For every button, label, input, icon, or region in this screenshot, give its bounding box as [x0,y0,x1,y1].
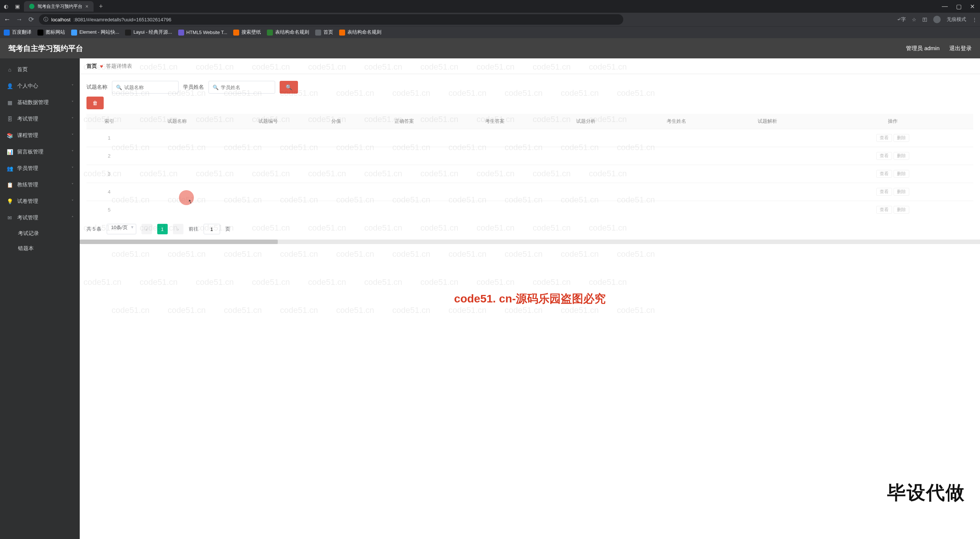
sidebar-subitem[interactable]: 考试记录 [0,226,80,241]
incognito-avatar-icon[interactable] [933,16,941,23]
watermark-text: code51.cn [140,277,178,287]
bookmark-item[interactable]: 搜索壁纸 [233,29,261,35]
row-action-link[interactable]: 删除 [894,188,909,196]
table-cell [313,129,359,147]
reload-icon[interactable]: ⟳ [27,15,35,24]
url-bar[interactable]: ⓘ localhost :8081/#/examredetalls?uuid=1… [39,14,623,25]
bookmark-label: Layui - 经典开源... [133,29,172,35]
sidebar: ⌂首页👤个人中心˅▦基础数据管理˅🗄考试管理˅📚课程管理˅📊留言板管理˅👥学员管… [0,59,80,539]
bookmark-item[interactable]: 表结构命名规则 [339,29,382,35]
pager-jump-suffix: 页 [225,226,230,232]
bookmark-item[interactable]: Layui - 经典开源... [125,29,172,35]
sidebar-item[interactable]: 📚课程管理˅ [0,127,80,144]
bookmark-label: 表结构命名规则 [347,29,382,35]
pager-next-button[interactable]: › [173,224,183,234]
pager-jump-prefix: 前往 [189,226,198,232]
watermark-text: code51.cn [504,249,543,259]
sidebar-subitem[interactable]: 错题本 [0,241,80,256]
breadcrumb-home[interactable]: 首页 [86,63,97,70]
sidebar-item[interactable]: 📊留言板管理˅ [0,144,80,160]
table-cell [132,183,222,200]
bookmark-item[interactable]: 百度翻译 [4,29,32,35]
filter-student-input[interactable] [221,84,271,90]
app-menu-icon[interactable]: ◐ [2,2,11,11]
bookmark-item[interactable]: 首页 [315,29,333,35]
sidebar-item[interactable]: 💡试卷管理˅ [0,193,80,210]
watermark-text: code51.cn [168,305,206,315]
browser-tab[interactable]: 驾考自主学习预约平台 × [24,1,94,12]
row-action-link[interactable]: 删除 [894,152,909,160]
watermark-text: code51.cn [224,249,262,259]
browser-chrome: ◐ ▣ 驾考自主学习预约平台 × + — ▢ ✕ ← → ⟳ ⓘ localho… [0,0,980,38]
pager-jump-input[interactable] [204,224,220,234]
bookmark-favicon-icon [125,30,131,35]
delete-button[interactable]: 🗑 [86,97,104,109]
row-action-link[interactable]: 删除 [894,206,909,214]
more-icon[interactable]: ⋮ [972,17,977,22]
sidebar-item[interactable]: 📋教练管理˅ [0,176,80,193]
row-action-link[interactable]: 删除 [894,170,909,178]
bookmark-item[interactable]: 图标网站 [37,29,65,35]
sidebar-item[interactable]: 🗄考试管理˅ [0,111,80,127]
back-icon[interactable]: ← [3,16,11,24]
sidebar-item[interactable]: 👥学员管理˅ [0,160,80,176]
watermark-text: code51.cn [449,305,487,315]
row-action-link[interactable]: 查看 [876,188,892,196]
menu-icon: 👥 [7,165,13,172]
bookmark-item[interactable]: HTML5 Website T... [178,30,227,35]
sidebar-item[interactable]: ✉考试管理˄ [0,210,80,226]
bookmark-item[interactable]: Element - 网站快... [71,29,119,35]
pager-page-1[interactable]: 1 [157,224,168,234]
logout-link[interactable]: 退出登录 [949,45,972,52]
watermark-text: code51.cn [477,277,515,287]
table-cell [722,165,812,183]
sidebar-item-label: 个人中心 [17,83,38,89]
sidebar-item[interactable]: 👤个人中心˅ [0,78,80,94]
scrollbar-thumb[interactable] [80,240,278,244]
table-cell [631,129,722,147]
watermark-text: code51.cn [561,305,599,315]
new-tab-button[interactable]: + [96,3,106,11]
table-header-cell: 试题名称 [132,114,222,129]
table-cell [540,165,631,183]
table-header-cell: 正确答案 [359,114,449,129]
site-info-icon[interactable]: ⓘ [43,16,48,23]
row-action-link[interactable]: 查看 [876,206,892,214]
table-header-cell: 考生姓名 [631,114,722,129]
bookmark-label: 搜索壁纸 [242,29,261,35]
tab-title: 驾考自主学习预约平台 [37,3,82,10]
filter-question-input[interactable] [124,84,175,90]
bookmark-favicon-icon [4,30,10,35]
pager-total: 共 5 条 [86,226,102,232]
sidebar-item[interactable]: ⌂首页 [0,61,80,78]
table-cell [313,165,359,183]
close-window-icon[interactable]: ✕ [970,3,975,10]
minimize-icon[interactable]: — [942,3,948,10]
row-action-link[interactable]: 删除 [894,134,909,142]
tab-overview-icon[interactable]: ▣ [13,2,22,11]
watermark-text: code51.cn [280,305,318,315]
pager-size-select[interactable]: 10条/页 [107,224,136,234]
bookmark-label: 表结构命名规则 [275,29,309,35]
table-cell [540,129,631,147]
row-action-link[interactable]: 查看 [876,170,892,178]
bookmark-star-icon[interactable]: ☆ [912,17,916,22]
key-icon[interactable]: ⚿ [922,17,927,22]
filter-question-input-wrap: 🔍 [112,81,178,94]
close-icon[interactable]: × [85,3,88,10]
row-action-link[interactable]: 查看 [876,134,892,142]
row-action-link[interactable]: 查看 [876,152,892,160]
search-button[interactable]: 🔍 [280,81,298,94]
table-cell: 2 [86,147,132,165]
horizontal-scrollbar[interactable] [80,240,980,244]
table-cell [540,183,631,200]
translate-icon[interactable]: ⤶字 [897,16,906,23]
sidebar-item[interactable]: ▦基础数据管理˅ [0,94,80,111]
bookmark-item[interactable]: 表结构命名规则 [267,29,309,35]
table-cell: 4 [86,183,132,200]
heart-icon: ♥ [100,63,103,69]
current-user-label[interactable]: 管理员 admin [906,45,940,52]
pager-prev-button[interactable]: ‹ [142,224,152,234]
maximize-icon[interactable]: ▢ [956,3,962,10]
chevron-down-icon: ˅ [72,117,74,122]
